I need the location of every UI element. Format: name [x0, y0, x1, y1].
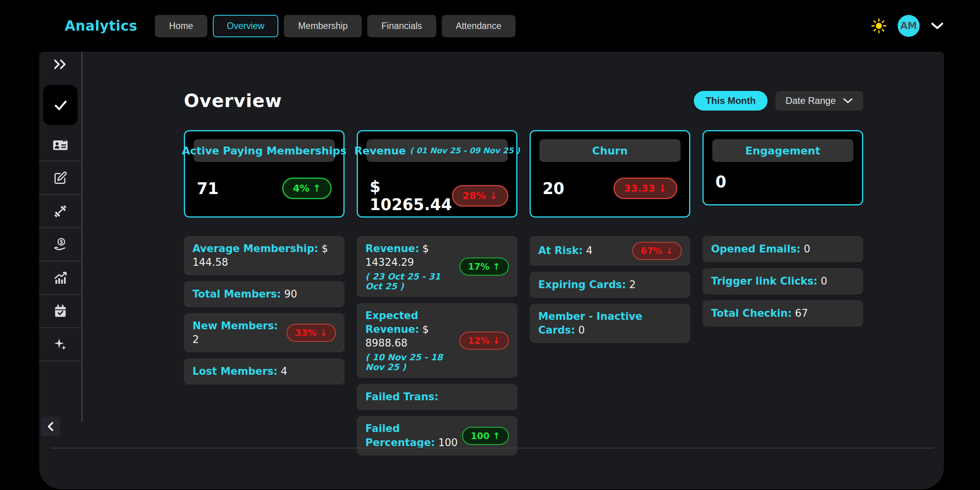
- metric-label: Expected Revenue:: [365, 310, 419, 335]
- sidebar-item-attendance[interactable]: [39, 295, 82, 328]
- sidebar-item-payments[interactable]: $: [39, 228, 82, 261]
- tile-average-membership: Average Membership: $ 144.58: [184, 236, 345, 275]
- trend-badge: 12% ↓: [459, 332, 509, 350]
- calendar-check-icon: [53, 304, 67, 318]
- tile-trigger-link-clicks: Trigger link Clicks: 0: [702, 268, 863, 294]
- tab-home[interactable]: Home: [155, 15, 207, 37]
- main-nav: Home Overview Membership Financials Atte…: [155, 15, 515, 37]
- tab-membership[interactable]: Membership: [284, 15, 362, 37]
- card-title: Churn: [592, 145, 628, 157]
- trend-badge: 28% ↓: [452, 185, 508, 207]
- tab-financials[interactable]: Financials: [367, 15, 436, 37]
- trend-badge: 33.33 ↓: [613, 178, 677, 199]
- sidebar-item-ai[interactable]: [39, 328, 82, 361]
- bottom-divider: [51, 448, 934, 448]
- sidebar-item-edit[interactable]: [39, 162, 82, 195]
- metric-label: Average Membership:: [192, 243, 318, 254]
- tile-member-inactive-cards: Member - Inactive Cards: 0: [530, 304, 690, 343]
- date-range-button[interactable]: Date Range: [775, 91, 863, 111]
- summary-cards: Active Paying Memberships 71 4% ↑ Revenu…: [184, 130, 863, 218]
- metric-label: Total Checkin:: [711, 307, 792, 319]
- sidebar: $: [39, 52, 82, 421]
- sun-icon[interactable]: [871, 18, 887, 34]
- svg-text:$: $: [60, 238, 63, 245]
- chevron-left-icon: [46, 421, 55, 432]
- content-area: Overview This Month Date Range Active Pa…: [82, 52, 944, 489]
- metric-value: 0: [578, 324, 585, 336]
- metric-value: 90: [284, 288, 297, 300]
- check-icon: [53, 98, 67, 112]
- tiles-revenue-column: Revenue: $ 14324.29 ( 23 Oct 25 - 31 Oct…: [357, 236, 517, 456]
- metric-tiles: Average Membership: $ 144.58 Total Membe…: [184, 236, 863, 456]
- card-value: 71: [197, 180, 219, 198]
- card-title: Revenue: [354, 145, 406, 157]
- sidebar-item-membership-card[interactable]: [39, 128, 82, 162]
- sidebar-item-workouts[interactable]: [39, 195, 82, 228]
- metric-value: 67: [795, 307, 808, 319]
- metric-date-range: ( 23 Oct 25 - 31 Oct 25 ): [365, 272, 456, 291]
- metric-label: Lost Members:: [192, 365, 278, 377]
- tile-revenue: Revenue: $ 14324.29 ( 23 Oct 25 - 31 Oct…: [357, 236, 517, 297]
- card-title: Engagement: [745, 145, 820, 157]
- tiles-membership-column: Average Membership: $ 144.58 Total Membe…: [184, 236, 345, 385]
- tab-attendance[interactable]: Attendance: [442, 15, 515, 37]
- metric-label: At Risk:: [538, 245, 583, 256]
- trend-badge: 67% ↓: [632, 242, 682, 260]
- card-date-range: ( 01 Nov 25 - 09 Nov 25 ): [410, 146, 520, 155]
- double-chevron-right-icon[interactable]: [52, 56, 69, 72]
- metric-label: Revenue:: [365, 243, 419, 254]
- header-right: AM: [871, 15, 944, 37]
- this-month-button[interactable]: This Month: [694, 91, 768, 111]
- sidebar-item-trends[interactable]: [39, 261, 82, 295]
- collapse-button[interactable]: [41, 417, 60, 436]
- metric-date-range: ( 10 Nov 25 - 18 Nov 25 ): [365, 352, 456, 372]
- card-value: 0: [715, 173, 726, 191]
- metric-label: Expiring Cards:: [538, 279, 626, 290]
- metric-label: Opened Emails:: [711, 243, 800, 255]
- metric-value: 4: [281, 365, 287, 377]
- card-revenue: Revenue ( 01 Nov 25 - 09 Nov 25 ) $ 1026…: [357, 130, 517, 218]
- metric-label: Member - Inactive Cards:: [538, 310, 642, 336]
- metric-value: 2: [629, 279, 636, 290]
- date-range-label: Date Range: [786, 95, 836, 106]
- card-title: Active Paying Memberships: [182, 145, 347, 157]
- metric-value: 2: [192, 334, 199, 345]
- avatar[interactable]: AM: [898, 15, 920, 37]
- app-logo[interactable]: Analytics: [65, 18, 137, 34]
- metric-label: Failed Percentage:: [365, 423, 435, 448]
- metric-value: 4: [586, 245, 593, 256]
- card-active-paying-memberships: Active Paying Memberships 71 4% ↑: [184, 130, 345, 218]
- sidebar-item-overview-active[interactable]: [43, 85, 78, 125]
- top-header: Analytics Home Overview Membership Finan…: [0, 0, 980, 52]
- chevron-down-icon[interactable]: [931, 22, 944, 30]
- trend-badge: 33% ↓: [287, 324, 336, 342]
- metric-value: 0: [804, 243, 811, 255]
- chart-trend-icon: [53, 270, 68, 285]
- metric-label: Total Members:: [192, 288, 281, 300]
- card-churn: Churn 20 33.33 ↓: [530, 130, 690, 218]
- tile-expiring-cards: Expiring Cards: 2: [530, 272, 690, 298]
- metric-label: New Members:: [192, 320, 278, 332]
- tab-overview[interactable]: Overview: [213, 15, 279, 37]
- trend-badge: 100 ↑: [462, 427, 509, 445]
- sparkles-icon: [53, 337, 68, 352]
- dumbbell-icon: [53, 203, 68, 219]
- tile-total-checkin: Total Checkin: 67: [702, 300, 863, 327]
- metric-label: Trigger link Clicks:: [711, 275, 818, 287]
- tile-opened-emails: Opened Emails: 0: [702, 236, 863, 262]
- card-engagement: Engagement 0: [702, 130, 863, 205]
- date-controls: This Month Date Range: [694, 91, 863, 111]
- id-card-icon: [53, 138, 68, 151]
- chevron-down-icon: [843, 98, 853, 104]
- main-panel: $: [39, 52, 944, 489]
- card-value: 20: [543, 180, 564, 198]
- metric-label: Failed Trans:: [365, 391, 439, 403]
- metric-value: 0: [821, 275, 828, 287]
- tiles-engagement-column: Opened Emails: 0 Trigger link Clicks: 0 …: [702, 236, 863, 327]
- card-value: $ 10265.44: [370, 178, 452, 214]
- tile-at-risk: At Risk: 4 67% ↓: [530, 236, 690, 266]
- page-title: Overview: [184, 90, 282, 111]
- tile-total-members: Total Members: 90: [184, 281, 345, 307]
- tiles-churn-column: At Risk: 4 67% ↓ Expiring Cards: 2 M: [530, 236, 690, 343]
- tile-failed-percentage: Failed Percentage: 100 100 ↑: [357, 416, 517, 455]
